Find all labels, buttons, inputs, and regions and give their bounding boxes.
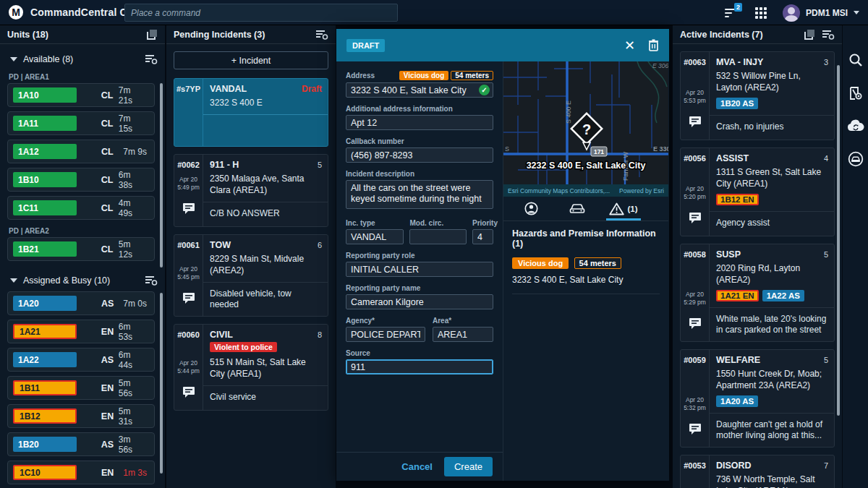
search-icon[interactable] [848, 53, 863, 67]
unit-id-badge: 1B20 [13, 437, 77, 452]
unit-id-badge: 1B21 [13, 241, 77, 257]
popout-icon[interactable] [147, 29, 158, 40]
active-incident-card[interactable]: #0056 Apr 205:20 pm ASSIST 4 [680, 147, 835, 236]
assigned-unit-chip[interactable]: 1A21 EN [716, 290, 759, 301]
inc-type-field[interactable] [346, 229, 404, 244]
command-input[interactable] [124, 4, 398, 22]
reporting-role-field[interactable] [346, 262, 493, 277]
callback-label: Callback number [346, 137, 493, 145]
address-valid-check-icon: ✓ [479, 85, 490, 95]
active-incident-card[interactable]: #0063 Apr 205:53 pm MVA - INJY 3 [680, 51, 835, 140]
scrollbar[interactable] [160, 83, 163, 267]
unit-row[interactable]: 1A12 CL 7m 9s [7, 140, 155, 163]
list-settings-icon[interactable] [145, 54, 158, 64]
cloud-sync-icon[interactable] [847, 119, 864, 132]
unit-row[interactable]: 1A20 AS 7m 0s [7, 291, 155, 315]
comment-icon [689, 212, 702, 223]
unit-row[interactable]: 1B11 EN 5m 56s [7, 376, 155, 400]
draft-status-chip: DRAFT [346, 39, 385, 52]
scrollbar[interactable] [837, 65, 840, 416]
unit-group-label: PD | AREA2 [0, 224, 165, 237]
hazard-chip[interactable]: Vicious dog [512, 257, 569, 269]
unit-row[interactable]: 1B10 CL 6m 38s [7, 168, 155, 192]
reporting-role-label: Reporting party role [346, 252, 493, 260]
available-section-header[interactable]: Available (8) [0, 44, 165, 70]
create-button[interactable]: Create [444, 457, 493, 476]
pending-incident-card[interactable]: #0061 Apr 205:45 pm TOW 6 [174, 234, 328, 317]
unit-id-badge: 1A11 [13, 116, 77, 131]
cancel-button[interactable]: Cancel [401, 461, 433, 472]
mod-circ-field[interactable] [409, 229, 467, 244]
person-icon [524, 202, 538, 215]
unit-row[interactable]: 1A22 AS 6m 44s [7, 348, 155, 372]
tab-vehicles[interactable] [554, 197, 600, 221]
address-field[interactable] [346, 82, 493, 98]
pending-incident-card-draft[interactable]: #s7YP VANDAL Draft 3232 S 400 E [174, 78, 328, 147]
active-incident-card[interactable]: #0059 Apr 205:32 pm WELFARE 5 [680, 349, 835, 448]
unit-status: AS [101, 440, 119, 450]
list-settings-icon[interactable] [316, 30, 328, 40]
reporting-name-field[interactable] [346, 294, 493, 309]
incident-type: SUSP [716, 249, 741, 260]
active-incident-card[interactable]: #0053 Apr 199:55 am DISORD 7 [680, 455, 835, 488]
unit-row[interactable]: 1C10 EN 1m 3s [7, 461, 155, 484]
unit-row[interactable]: 1A11 CL 7m 15s [7, 111, 155, 135]
pending-incidents-panel: Pending Incidents (3) + Incident #s7YP V… [166, 25, 336, 488]
incident-address: 1550 Hunt Creek Dr, Moab; Apartment 23A … [716, 368, 828, 391]
additional-address-field[interactable] [346, 115, 493, 130]
user-menu[interactable]: PDM1 MSI [783, 4, 859, 22]
incident-id: #0060 [177, 330, 200, 339]
tab-persons[interactable] [508, 197, 554, 221]
area-field[interactable] [433, 327, 493, 342]
assigned-unit-chip[interactable]: 1B20 AS [716, 98, 758, 109]
popout-icon[interactable] [804, 29, 815, 40]
list-settings-icon[interactable] [145, 275, 158, 286]
priority-label: Priority [472, 219, 493, 227]
reporting-name-label: Reporting party name [346, 284, 493, 292]
assigned-unit-chip[interactable]: 1A20 AS [716, 395, 758, 407]
scrollbar[interactable] [160, 293, 163, 474]
svg-text:E 330: E 330 [653, 145, 668, 153]
notifications-filter-icon[interactable]: 2 [725, 7, 739, 19]
app-grid-icon[interactable] [755, 7, 767, 19]
active-incident-card[interactable]: #0058 Apr 205:29 pm SUSP 5 [680, 244, 835, 342]
user-name: PDM1 MSI [806, 8, 848, 18]
incident-type: WELFARE [716, 355, 760, 365]
map-marker-icon: ? [571, 114, 602, 150]
description-label: Incident description [346, 170, 493, 178]
unit-row[interactable]: 1A21 EN 6m 53s [7, 320, 155, 343]
unit-row[interactable]: 1B21 CL 5m 12s [7, 237, 155, 261]
incident-priority: 5 [824, 356, 828, 364]
priority-field[interactable] [472, 229, 493, 244]
assigned-section-header[interactable]: Assigned & Busy (10) [0, 265, 165, 291]
list-settings-icon[interactable] [822, 30, 835, 40]
incident-datetime: Apr 205:44 pm [177, 359, 200, 375]
comment-icon [182, 386, 195, 398]
hazard-address: 3232 S 400 E, Salt Lake City [512, 275, 660, 285]
tab-hazards[interactable]: (1) [600, 197, 647, 221]
unit-row[interactable]: 1B12 EN 5m 31s [7, 404, 155, 428]
agency-field[interactable] [346, 327, 425, 342]
incident-comment: Disabled vehicle, tow needed [203, 282, 328, 316]
close-icon[interactable]: ✕ [624, 39, 635, 52]
description-field[interactable]: All the cars on the street were keyed so… [346, 180, 493, 209]
trash-icon[interactable] [648, 39, 659, 51]
unit-row[interactable]: 1C11 CL 4m 49s [7, 196, 155, 220]
incident-map[interactable]: E 306 S 400 E Farmer W S E 330 171 ? 323… [503, 61, 668, 197]
pending-incident-card[interactable]: #0062 Apr 205:49 pm 911 - H 5 [174, 154, 328, 227]
records-monitor-icon[interactable] [848, 86, 863, 100]
unit-timer: 3m 56s [119, 435, 147, 455]
new-incident-button[interactable]: + Incident [174, 51, 328, 69]
assigned-unit-chip[interactable]: 1B12 EN [716, 194, 759, 205]
pending-incident-card[interactable]: #0060 Apr 205:44 pm CIVIL 8 [174, 324, 328, 411]
unit-row[interactable]: 1B20 AS 3m 56s [7, 432, 155, 456]
incident-datetime: Apr 205:49 pm [177, 176, 200, 192]
svg-text:S 400 E: S 400 E [565, 100, 572, 124]
vehicle-status-icon[interactable] [848, 151, 864, 167]
unit-row[interactable]: 1A10 CL 7m 21s [7, 83, 155, 107]
assigned-unit-chip[interactable]: 1A22 AS [762, 290, 804, 301]
callback-field[interactable] [346, 147, 493, 163]
draft-tag: Draft [302, 84, 322, 94]
source-field[interactable] [346, 359, 493, 374]
unit-status: CL [101, 90, 119, 100]
